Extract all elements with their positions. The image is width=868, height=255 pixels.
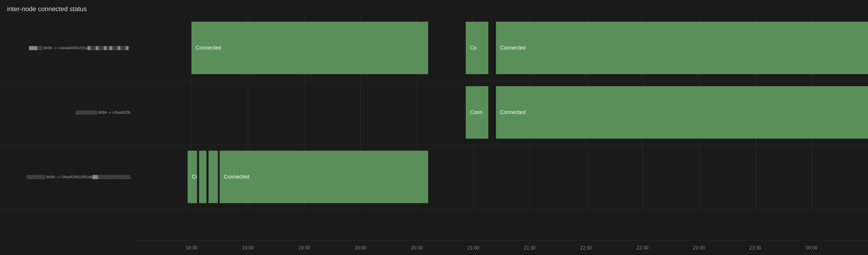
timeline-row-2: ▒▒▒▒▒▒▒▒:8099 -> i-0ba902fbConnConnected <box>0 80 868 145</box>
time-label: 21:00 <box>467 245 479 251</box>
row-label-2: ▒▒▒▒▒▒▒▒:8099 -> i-0ba902fb <box>0 110 135 115</box>
page-container: inter-node connected status ▓▓▓▒▒:8099 -… <box>0 0 868 255</box>
status-bar-2-1: Conn <box>466 86 488 139</box>
chart-area: ▓▓▓▒▒:8099 -> i-0e4a64093215a▓▒▒▓▒▒▓▒▓▒▒… <box>0 16 868 255</box>
grid-line <box>699 145 699 209</box>
time-label: 20:00 <box>355 245 367 251</box>
grid-line <box>473 145 474 209</box>
status-bar-1-1: Connected <box>191 22 428 74</box>
time-label: 22:00 <box>580 245 592 251</box>
bar-label: Connected <box>224 174 249 180</box>
row-label-1: ▓▓▓▒▒:8099 -> i-0e4a64093215a▓▒▒▓▒▒▓▒▓▒▒… <box>0 46 135 50</box>
timeline-row-1: ▓▓▓▒▒:8099 -> i-0e4a64093215a▓▒▒▓▒▒▓▒▓▒▒… <box>0 16 868 80</box>
time-label: 21:30 <box>524 245 536 251</box>
row-timeline-2: ConnConnected <box>135 80 868 145</box>
time-label: 20:30 <box>411 245 423 251</box>
rows-container: ▓▓▓▒▒:8099 -> i-0e4a64093215a▓▒▒▓▒▒▓▒▓▒▒… <box>0 16 868 240</box>
bar-label: Co <box>470 45 476 51</box>
bar-label: Conn <box>470 109 483 115</box>
grid-line <box>530 145 530 209</box>
time-label: 22:30 <box>637 245 648 251</box>
status-bar-3-4: Connected <box>220 151 428 203</box>
grid-line <box>361 80 361 145</box>
row-label-3: ▒▒▒▒▒▒▒:8099 -> i-0ba902fb32f51db▓▓▒▒▒▒▒… <box>0 175 135 179</box>
row-timeline-3: CoConnected <box>135 145 868 209</box>
bar-label: Connected <box>500 109 526 115</box>
time-label: 23:30 <box>749 245 761 251</box>
grid-line <box>755 145 755 209</box>
grid-line <box>586 145 586 209</box>
time-axis: 18:3019:0019:3020:0020:3021:0021:3022:00… <box>135 240 868 255</box>
row-timeline-1: ConnectedCoConnected <box>135 16 868 80</box>
bar-label: Connected <box>500 45 526 51</box>
grid-line <box>643 145 643 209</box>
status-bar-3-2 <box>199 151 207 203</box>
bar-label: Connected <box>195 45 221 51</box>
status-bar-2-2: Connected <box>496 86 868 139</box>
status-bar-1-2: Co <box>466 22 488 74</box>
bar-label: Co <box>192 174 197 180</box>
timeline-row-3: ▒▒▒▒▒▒▒:8099 -> i-0ba902fb32f51db▓▓▒▒▒▒▒… <box>0 145 868 209</box>
time-label: 19:00 <box>242 245 254 251</box>
status-bar-3-3 <box>209 151 218 203</box>
grid-line <box>191 80 192 145</box>
status-bar-1-3: Connected <box>496 22 868 74</box>
grid-line <box>304 80 305 145</box>
grid-line <box>417 80 417 145</box>
time-label: 18:30 <box>186 245 197 251</box>
status-bar-3-1: Co <box>188 151 197 203</box>
time-label: 00:00 <box>806 245 817 251</box>
time-label: 23:00 <box>693 245 705 251</box>
grid-line <box>812 145 812 209</box>
time-label: 19:30 <box>298 245 310 251</box>
page-title: inter-node connected status <box>0 0 868 16</box>
